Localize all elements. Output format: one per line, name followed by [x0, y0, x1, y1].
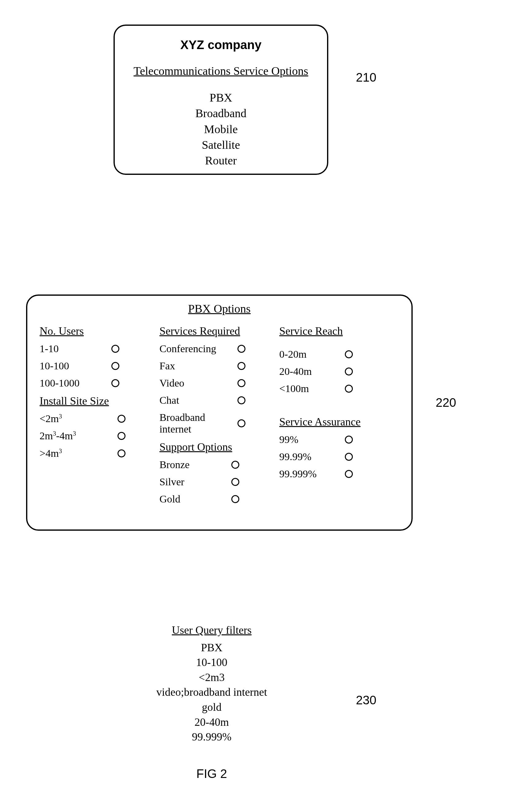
option-label: 2m3-4m3 — [40, 430, 76, 442]
radio-icon[interactable] — [238, 379, 245, 387]
option-label: 10-100 — [40, 360, 69, 372]
option-row: 10-100 — [40, 360, 119, 372]
option-row: Fax — [160, 360, 245, 372]
radio-icon[interactable] — [238, 345, 245, 353]
ref-label-210: 210 — [356, 71, 376, 84]
figure-label: FIG 2 — [0, 767, 423, 781]
option-label: <2m3 — [40, 413, 62, 424]
radio-icon[interactable] — [117, 415, 126, 423]
group-title-users: No. Users — [40, 324, 154, 337]
option-row: 20-40m — [279, 366, 353, 377]
service-item: Mobile — [127, 121, 315, 137]
radio-icon[interactable] — [231, 461, 239, 469]
option-label: 99.999% — [279, 468, 317, 480]
option-row: Chat — [160, 394, 245, 406]
query-line: gold — [126, 700, 298, 715]
column-services-support: Services Required Conferencing Fax Video… — [160, 321, 279, 510]
query-line: video;broadband internet — [126, 685, 298, 700]
query-line: PBX — [126, 640, 298, 655]
option-row: 1-10 — [40, 343, 119, 354]
option-label: 20-40m — [279, 366, 312, 377]
radio-icon[interactable] — [111, 379, 119, 387]
radio-icon[interactable] — [238, 396, 245, 404]
radio-icon[interactable] — [111, 345, 119, 353]
option-label: Gold — [160, 493, 181, 505]
radio-icon[interactable] — [345, 367, 353, 376]
service-item: PBX — [127, 90, 315, 105]
service-item: Satellite — [127, 137, 315, 153]
column-users-site: No. Users 1-10 10-100 100-1000 Install S… — [40, 321, 160, 510]
option-row: Conferencing — [160, 343, 245, 354]
group-title-services: Services Required — [160, 324, 273, 337]
radio-icon[interactable] — [231, 495, 239, 503]
radio-icon[interactable] — [117, 432, 126, 440]
option-label: Bronze — [160, 459, 190, 470]
group-title-reach: Service Reach — [279, 324, 393, 337]
option-row: 100-1000 — [40, 377, 119, 389]
option-row: 99% — [279, 434, 353, 446]
radio-icon[interactable] — [238, 362, 245, 370]
group-title-assurance: Service Assurance — [279, 415, 393, 428]
service-item: Broadband — [127, 105, 315, 121]
ref-label-220: 220 — [436, 396, 456, 409]
radio-icon[interactable] — [345, 470, 353, 478]
pbx-options-box: PBX Options No. Users 1-10 10-100 100-10… — [26, 294, 413, 531]
option-label: Video — [160, 377, 184, 389]
radio-icon[interactable] — [345, 453, 353, 461]
option-row: Silver — [160, 476, 239, 488]
user-query-filters: User Query filters PBX 10-100 <2m3 video… — [126, 623, 298, 744]
option-label: Silver — [160, 476, 184, 488]
query-line: 10-100 — [126, 655, 298, 670]
option-row: Broadband internet — [160, 412, 245, 435]
group-title-support: Support Options — [160, 440, 273, 453]
query-line: 20-40m — [126, 715, 298, 730]
option-row: 99.99% — [279, 451, 353, 463]
radio-icon[interactable] — [117, 449, 126, 458]
pbx-options-title: PBX Options — [40, 302, 399, 315]
radio-icon[interactable] — [231, 478, 239, 486]
option-label: 99.99% — [279, 451, 312, 463]
company-name: XYZ company — [127, 38, 315, 52]
option-label: 0-20m — [279, 348, 306, 360]
company-services-box: XYZ company Telecommunications Service O… — [114, 25, 328, 175]
option-row: Video — [160, 377, 245, 389]
option-label: <100m — [279, 383, 309, 394]
services-subtitle: Telecommunications Service Options — [127, 64, 315, 77]
column-reach-assurance: Service Reach 0-20m 20-40m <100m Service… — [279, 321, 399, 510]
radio-icon[interactable] — [345, 385, 353, 393]
option-label: Broadband internet — [160, 412, 221, 435]
option-row: <2m3 — [40, 413, 126, 424]
radio-icon[interactable] — [345, 436, 353, 444]
option-label: 99% — [279, 434, 298, 446]
group-title-site: Install Site Size — [40, 394, 154, 407]
option-label: Chat — [160, 394, 179, 406]
radio-icon[interactable] — [238, 419, 245, 427]
option-row: Bronze — [160, 459, 239, 470]
option-row: <100m — [279, 383, 353, 394]
option-row: >4m3 — [40, 448, 126, 459]
option-label: Fax — [160, 360, 175, 372]
query-line: <2m3 — [126, 670, 298, 685]
radio-icon[interactable] — [345, 350, 353, 358]
option-label: 100-1000 — [40, 377, 80, 389]
option-row: 99.999% — [279, 468, 353, 480]
option-label: >4m3 — [40, 448, 62, 459]
option-label: Conferencing — [160, 343, 216, 354]
radio-icon[interactable] — [111, 362, 119, 370]
service-item: Router — [127, 153, 315, 169]
service-list: PBX Broadband Mobile Satellite Router — [127, 90, 315, 169]
option-label: 1-10 — [40, 343, 59, 354]
option-row: 0-20m — [279, 348, 353, 360]
query-line: 99.999% — [126, 729, 298, 744]
option-row: Gold — [160, 493, 239, 505]
ref-label-230: 230 — [356, 693, 376, 707]
query-title: User Query filters — [126, 623, 298, 638]
option-row: 2m3-4m3 — [40, 430, 126, 442]
